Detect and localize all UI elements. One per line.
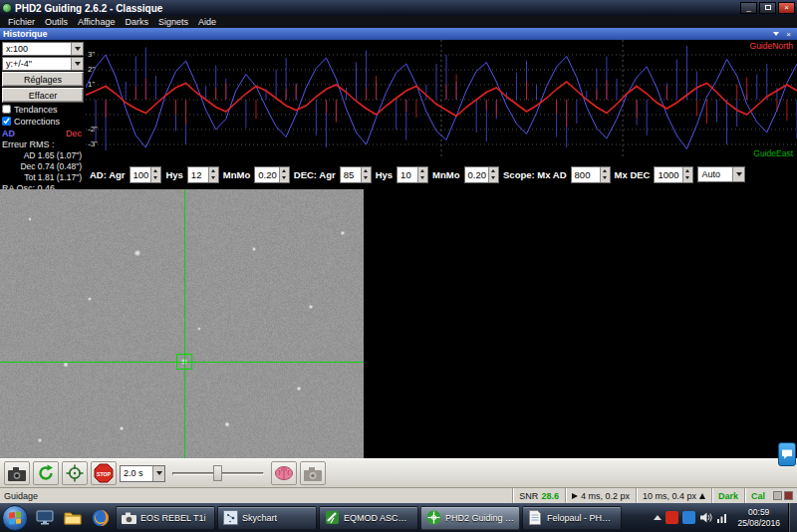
dec-hysteresis-input[interactable]: 10 [397, 166, 428, 183]
maximize-button[interactable] [759, 2, 776, 14]
taskbar-icon-media[interactable] [32, 505, 58, 531]
ra-hysteresis-input[interactable]: 12 [187, 166, 219, 183]
guide-image-region[interactable] [0, 189, 364, 458]
pane-pin-button[interactable] [770, 29, 781, 39]
network-icon[interactable] [716, 511, 729, 524]
brain-icon [274, 465, 294, 481]
spin-down-icon[interactable] [209, 174, 218, 182]
chevron-down-icon [732, 167, 744, 181]
tray-icon-app[interactable] [682, 511, 695, 524]
spin-up-icon[interactable] [683, 167, 692, 175]
window-title: PHD2 Guiding 2.6.2 - Classique [15, 3, 737, 14]
ra-hysteresis-label: Hys [165, 169, 182, 180]
guide-button[interactable] [62, 461, 88, 485]
menu-signets[interactable]: Signets [153, 16, 193, 28]
guide-image[interactable] [0, 189, 364, 458]
taskbar-task-skychart[interactable]: Skychart [217, 506, 317, 530]
menu-affichage[interactable]: Affichage [73, 16, 120, 28]
dec-minmove-input[interactable]: 0.20 [464, 166, 500, 183]
loop-exposures-button[interactable] [33, 461, 59, 485]
y-axis-tick: -3" [88, 139, 98, 149]
system-tray: 00:59 25/08/2016 [654, 503, 797, 532]
dec-guide-mode-select[interactable]: Auto [697, 166, 745, 182]
history-controls-panel: x:100 y:+/-4" Réglages Effacer Tendances… [0, 40, 86, 189]
folder-icon [64, 510, 82, 525]
graph-legend: AD Dec [2, 128, 84, 138]
loop-icon [37, 464, 55, 482]
dec-aggression-label: DEC: Agr [294, 169, 336, 180]
taskbar-icon-explorer[interactable] [60, 505, 86, 531]
window-titlebar: PHD2 Guiding 2.6.2 - Classique _ × [0, 0, 797, 16]
volume-icon[interactable] [699, 511, 712, 524]
y-axis-tick: 3" [88, 50, 95, 60]
spin-up-icon[interactable] [280, 167, 289, 175]
phd2-app-icon [2, 3, 12, 13]
spin-down-icon[interactable] [151, 174, 160, 182]
max-ra-duration-input[interactable]: 800 [571, 166, 611, 183]
corrections-checkbox-input[interactable] [2, 117, 11, 126]
tray-expand-icon[interactable] [654, 515, 662, 520]
spin-up-icon[interactable] [362, 167, 371, 175]
spin-down-icon[interactable] [683, 174, 692, 182]
exposure-slider[interactable] [172, 463, 264, 483]
north-arrow-icon [699, 493, 705, 499]
exposure-slider-thumb[interactable] [213, 465, 222, 481]
phd2-icon [425, 510, 441, 526]
taskbar-task-phd2[interactable]: PHD2 Guiding 2.6... [420, 506, 520, 530]
spin-down-icon[interactable] [280, 174, 289, 182]
exposure-value: 2.0 s [121, 468, 152, 478]
exposure-select[interactable]: 2.0 s [120, 465, 165, 482]
guide-star-box [176, 354, 192, 370]
notification-bubble-icon[interactable] [778, 442, 796, 466]
stop-label: STOP [97, 471, 112, 477]
close-button[interactable]: × [778, 2, 795, 14]
start-button[interactable] [2, 505, 28, 531]
menu-fichier[interactable]: Fichier [3, 16, 40, 28]
spin-up-icon[interactable] [601, 167, 610, 175]
settings-button[interactable]: Réglages [2, 72, 84, 87]
taskbar-icon-firefox[interactable] [88, 505, 114, 531]
menu-darks[interactable]: Darks [120, 16, 153, 28]
spin-down-icon[interactable] [418, 174, 427, 182]
ra-legend: AD [2, 129, 15, 138]
history-panel: x:100 y:+/-4" Réglages Effacer Tendances… [0, 40, 797, 189]
menu-aide[interactable]: Aide [193, 16, 221, 28]
dec-aggression-input[interactable]: 85 [340, 166, 372, 183]
cal-indicator: Cal [744, 488, 771, 503]
corrections-checkbox[interactable]: Corrections [2, 116, 84, 127]
dec-legend: Dec [66, 129, 82, 138]
stop-button[interactable]: STOP [91, 461, 117, 485]
pane-close-button[interactable]: × [783, 29, 794, 39]
trends-checkbox[interactable]: Tendances [2, 104, 84, 115]
taskbar-clock[interactable]: 00:59 25/08/2016 [733, 507, 784, 528]
ra-minmove-input[interactable]: 0.20 [254, 166, 290, 183]
spin-down-icon[interactable] [601, 174, 610, 182]
trends-checkbox-input[interactable] [2, 105, 11, 114]
spin-up-icon[interactable] [209, 167, 218, 175]
clear-button[interactable]: Effacer [2, 88, 84, 103]
camera-properties-button[interactable] [300, 461, 326, 485]
show-desktop-button[interactable] [788, 503, 797, 532]
spin-up-icon[interactable] [489, 167, 498, 175]
tray-icon-antivirus[interactable] [665, 511, 678, 524]
camera-toolbar: STOP 2.0 s [0, 458, 797, 487]
taskbar-task-eos-rebel[interactable]: EOS REBEL T1i [116, 506, 215, 530]
rms-ra-value: AD 1.65 (1.07") [2, 150, 84, 160]
spin-down-icon[interactable] [489, 174, 498, 182]
taskbar-task-felopaul[interactable]: Felopaul - PHD Di... [522, 506, 622, 530]
brain-settings-button[interactable] [271, 461, 297, 485]
camera-connect-button[interactable] [4, 461, 30, 485]
ra-aggression-input[interactable]: 100 [130, 166, 162, 183]
spin-down-icon[interactable] [362, 174, 371, 182]
menu-outils[interactable]: Outils [40, 16, 73, 28]
spin-up-icon[interactable] [418, 167, 427, 175]
max-dec-duration-input[interactable]: 1000 [654, 166, 693, 183]
target-crosshair-icon [66, 464, 84, 482]
minimize-button[interactable]: _ [740, 2, 757, 14]
x-scale-select[interactable]: x:100 [2, 42, 84, 56]
crosshair-vertical [184, 189, 185, 458]
spin-up-icon[interactable] [151, 167, 160, 175]
ra-minmove-label: MnMo [223, 169, 250, 180]
taskbar-task-eqmod[interactable]: EQMOD ASCOM ... [319, 506, 418, 530]
y-scale-select[interactable]: y:+/-4" [2, 57, 84, 71]
